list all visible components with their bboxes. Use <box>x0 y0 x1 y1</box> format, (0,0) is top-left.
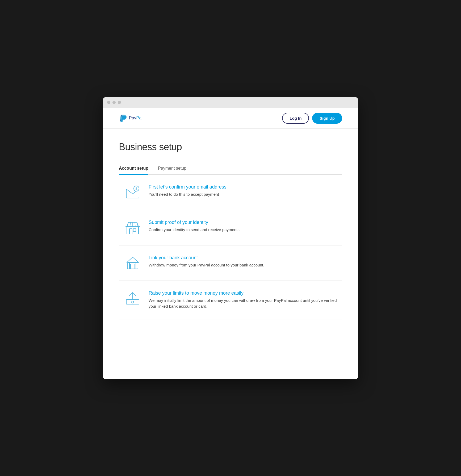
store-icon <box>124 220 141 236</box>
login-button[interactable]: Log In <box>282 113 309 124</box>
card-email-desc: You’ll need to do this to accept payment <box>149 191 337 198</box>
logo-pay: Pay <box>129 116 136 120</box>
page-title: Business setup <box>119 141 342 153</box>
card-bank-body: Link your bank account Withdraw money fr… <box>149 255 337 268</box>
logo-pal: Pal <box>136 116 143 120</box>
card-identity-desc: Confirm your identity to send and receiv… <box>149 227 337 233</box>
card-limits: Raise your limits to move money more eas… <box>119 281 342 319</box>
browser-chrome <box>103 97 358 108</box>
navbar: PayPal Log In Sign Up <box>103 108 358 129</box>
svg-text:$: $ <box>136 187 137 191</box>
card-limits-desc: We may initially limit the amount of mon… <box>149 298 337 310</box>
nav-buttons: Log In Sign Up <box>282 113 342 124</box>
email-icon: $ <box>124 184 141 200</box>
card-bank: Link your bank account Withdraw money fr… <box>119 245 342 281</box>
logo-text: PayPal <box>129 116 143 120</box>
card-email-title[interactable]: First let’s confirm your email address <box>149 184 337 190</box>
main-content: Business setup Account setup Payment set… <box>103 129 358 335</box>
browser-window: PayPal Log In Sign Up Business setup Acc… <box>103 97 358 379</box>
paypal-logo: PayPal <box>119 114 143 122</box>
card-identity-body: Submit proof of your identity Confirm yo… <box>149 220 337 233</box>
svg-rect-12 <box>131 264 135 269</box>
svg-rect-3 <box>127 227 139 234</box>
card-email-body: First let’s confirm your email address Y… <box>149 184 337 198</box>
card-limits-body: Raise your limits to move money more eas… <box>149 290 337 310</box>
svg-line-7 <box>130 222 131 227</box>
card-identity: Submit proof of your identity Confirm yo… <box>119 210 342 245</box>
page-content: PayPal Log In Sign Up Business setup Acc… <box>103 108 358 379</box>
card-limits-title[interactable]: Raise your limits to move money more eas… <box>149 290 337 296</box>
setup-cards: $ First let’s confirm your email address… <box>119 175 342 319</box>
card-bank-desc: Withdraw money from your PayPal account … <box>149 262 337 268</box>
upload-icon <box>124 290 141 306</box>
card-identity-title[interactable]: Submit proof of your identity <box>149 220 337 225</box>
browser-dot-red <box>107 101 110 104</box>
signup-button[interactable]: Sign Up <box>312 113 342 124</box>
browser-dot-green <box>118 101 121 104</box>
card-email: $ First let’s confirm your email address… <box>119 175 342 210</box>
card-bank-title[interactable]: Link your bank account <box>149 255 337 261</box>
tab-payment-setup[interactable]: Payment setup <box>158 163 186 175</box>
svg-rect-5 <box>133 229 136 231</box>
svg-rect-4 <box>129 229 132 234</box>
bank-icon <box>124 255 141 271</box>
svg-line-9 <box>135 222 135 227</box>
svg-point-18 <box>132 301 134 303</box>
svg-rect-11 <box>127 262 138 269</box>
tab-account-setup[interactable]: Account setup <box>119 163 148 175</box>
browser-dot-yellow <box>112 101 116 104</box>
tabs-container: Account setup Payment setup <box>119 162 342 175</box>
